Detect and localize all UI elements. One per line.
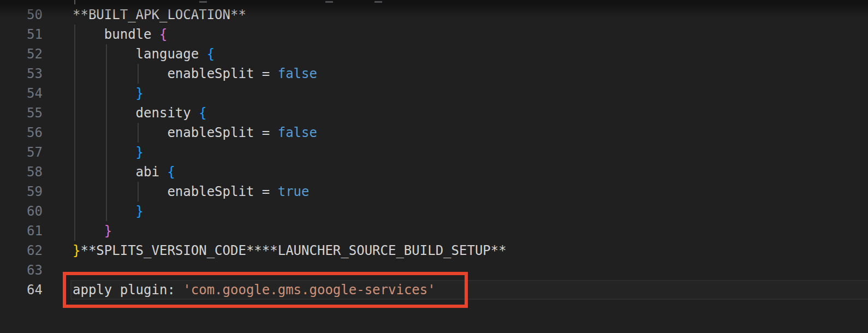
code-line[interactable]: 62}**SPLITS_VERSION_CODE****LAUNCHER_SOU… bbox=[0, 241, 868, 260]
line-number[interactable]: 51 bbox=[0, 25, 43, 44]
code-token-brace_blue: } bbox=[73, 145, 144, 160]
code-text: bundle { bbox=[73, 25, 167, 44]
code-line[interactable]: 55 density { bbox=[0, 103, 868, 123]
code-token-default: density bbox=[73, 105, 199, 121]
code-text: enableSplit = false bbox=[73, 123, 317, 142]
code-line[interactable]: 57 } bbox=[0, 142, 868, 162]
code-token-brace_magenta: { bbox=[159, 27, 167, 42]
code-token-default: enableSplit = bbox=[73, 66, 278, 81]
code-line[interactable]: 53 enableSplit = false bbox=[0, 64, 868, 84]
indent-guide bbox=[106, 44, 107, 221]
indent-guide bbox=[138, 123, 139, 142]
line-number[interactable]: 55 bbox=[0, 103, 43, 123]
line-number[interactable]: 52 bbox=[0, 44, 43, 64]
line-number[interactable]: 56 bbox=[0, 123, 43, 142]
code-text: abi { bbox=[73, 162, 175, 182]
code-text: **BUILT_APK_LOCATION** bbox=[73, 5, 246, 25]
line-number[interactable]: 53 bbox=[0, 64, 43, 84]
code-line[interactable]: 61 } bbox=[0, 221, 868, 241]
code-text: enableSplit = false bbox=[73, 64, 317, 84]
code-token-brace_blue: } bbox=[73, 86, 144, 101]
code-token-default: enableSplit = bbox=[73, 184, 278, 199]
line-number[interactable]: 58 bbox=[0, 162, 43, 182]
code-line[interactable]: 59 enableSplit = true bbox=[0, 182, 868, 201]
code-text: } bbox=[73, 142, 144, 162]
code-token-default: **SPLITS_VERSION_CODE****LAUNCHER_SOURCE… bbox=[80, 243, 506, 258]
code-token-default: **BUILT_APK_LOCATION** bbox=[73, 7, 246, 22]
line-number[interactable]: 60 bbox=[0, 201, 43, 221]
clipped-glyph-fragment bbox=[374, 1, 382, 3]
code-text: }**SPLITS_VERSION_CODE****LAUNCHER_SOURC… bbox=[73, 241, 507, 260]
code-line[interactable]: 60 } bbox=[0, 201, 868, 221]
code-line[interactable]: 50**BUILT_APK_LOCATION** bbox=[0, 5, 868, 25]
code-token-keyword: false bbox=[278, 125, 317, 140]
line-number[interactable]: 59 bbox=[0, 182, 43, 201]
code-token-keyword: false bbox=[278, 66, 317, 81]
code-token-default: abi bbox=[73, 164, 167, 180]
indent-guide bbox=[74, 25, 75, 241]
code-token-brace_blue: { bbox=[199, 105, 206, 121]
line-number[interactable]: 61 bbox=[0, 221, 43, 241]
line-number[interactable]: 63 bbox=[0, 260, 43, 280]
code-line[interactable]: 52 language { bbox=[0, 44, 868, 64]
line-number[interactable]: 62 bbox=[0, 241, 43, 260]
code-text: density { bbox=[73, 103, 207, 123]
code-editor: 50**BUILT_APK_LOCATION**51 bundle {52 la… bbox=[0, 0, 868, 333]
indent-guide bbox=[138, 182, 139, 201]
code-token-brace_blue: { bbox=[167, 164, 175, 180]
code-line[interactable]: 58 abi { bbox=[0, 162, 868, 182]
indent-guide bbox=[138, 64, 139, 84]
line-number-active[interactable]: 64 bbox=[0, 280, 43, 300]
code-token-default: language bbox=[73, 46, 207, 62]
annotation-red-box bbox=[63, 272, 468, 308]
code-text: language { bbox=[73, 44, 215, 64]
code-line[interactable]: 51 bundle { bbox=[0, 25, 868, 44]
line-number[interactable]: 57 bbox=[0, 142, 43, 162]
code-token-brace_blue: { bbox=[207, 46, 215, 62]
code-token-brace_blue: } bbox=[73, 204, 144, 219]
top-tab-bar-edge bbox=[0, 0, 868, 4]
code-token-brace_yellow: } bbox=[73, 243, 80, 258]
clipped-indent-guide bbox=[74, 0, 75, 4]
code-text: } bbox=[73, 84, 144, 103]
code-text: } bbox=[73, 221, 112, 241]
code-text: } bbox=[73, 201, 144, 221]
line-number[interactable]: 50 bbox=[0, 5, 43, 25]
code-text: enableSplit = true bbox=[73, 182, 309, 201]
code-line[interactable]: 54 } bbox=[0, 84, 868, 103]
clipped-glyph-fragment bbox=[199, 1, 207, 3]
code-token-brace_magenta: } bbox=[73, 223, 112, 239]
code-token-default: enableSplit = bbox=[73, 125, 278, 140]
code-token-default: bundle bbox=[73, 27, 159, 42]
code-line[interactable]: 56 enableSplit = false bbox=[0, 123, 868, 142]
line-number[interactable]: 54 bbox=[0, 84, 43, 103]
code-token-keyword: true bbox=[278, 184, 310, 199]
clipped-glyph-fragment bbox=[325, 1, 333, 3]
